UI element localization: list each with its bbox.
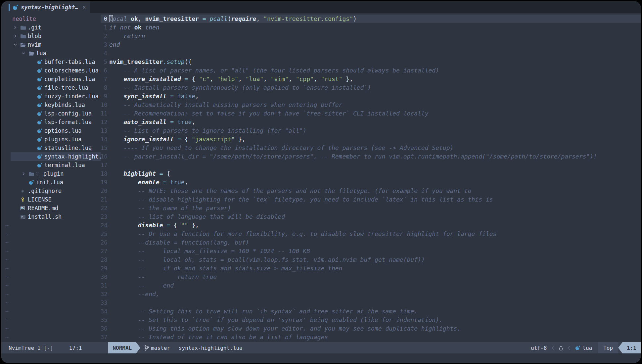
tree-item-plugins-lua[interactable]: plugins.lua bbox=[1, 135, 101, 144]
empty-line-marker: ~ bbox=[1, 247, 101, 255]
tree-item-label: lua bbox=[36, 50, 46, 57]
empty-line-marker: ~ bbox=[1, 230, 101, 238]
close-icon[interactable]: × bbox=[82, 4, 86, 11]
code-line[interactable]: 20 -- NOTE: these are the names of the p… bbox=[101, 187, 641, 195]
code-line[interactable]: 15 ---- If you need to change the instal… bbox=[101, 144, 641, 152]
code-line[interactable]: 36 -- Using this option may slow down yo… bbox=[101, 324, 641, 333]
code-line[interactable]: 6 -- A list of parser names, or "all" (t… bbox=[101, 66, 641, 75]
tree-item-label: blob bbox=[28, 33, 41, 39]
tree-item-init-lua[interactable]: init.lua bbox=[1, 178, 101, 187]
tree-item-completions-lua[interactable]: completions.lua bbox=[1, 75, 101, 83]
code-line[interactable]: 18 highlight = { bbox=[101, 169, 641, 178]
code-line[interactable]: 37 -- Instead of true it can also be a l… bbox=[101, 333, 641, 341]
code-line[interactable]: 2 return bbox=[101, 32, 641, 40]
code-line[interactable]: 30 -- return true bbox=[101, 273, 641, 281]
tree-item-readme-md[interactable]: M↓README.md bbox=[1, 204, 101, 212]
line-number: 0 bbox=[101, 15, 107, 23]
tree-item-colorschemes-lua[interactable]: colorschemes.lua bbox=[1, 66, 101, 75]
code-line[interactable]: 21 -- disable highlighting for the `tex`… bbox=[101, 195, 641, 204]
line-number: 34 bbox=[101, 307, 107, 316]
code-line[interactable]: 1if not ok then bbox=[101, 23, 641, 32]
code-line[interactable]: 0local ok, nvim_treesitter = pcall(requi… bbox=[101, 15, 641, 23]
code-text: end bbox=[109, 40, 120, 49]
code-text: sync_install = false, bbox=[109, 92, 199, 101]
mode-badge: NORMAL bbox=[108, 342, 136, 353]
code-line[interactable]: 22 -- the name of the parser) bbox=[101, 204, 641, 212]
lua-icon bbox=[37, 146, 44, 151]
tree-item-label: options.lua bbox=[44, 127, 82, 134]
code-line[interactable]: 19 enable = true, bbox=[101, 178, 641, 187]
line-number: 14 bbox=[101, 135, 107, 144]
editor-buffer[interactable]: 0local ok, nvim_treesitter = pcall(requi… bbox=[101, 13, 641, 342]
tree-root-name[interactable]: neolite bbox=[1, 15, 101, 23]
code-line[interactable]: 17 bbox=[101, 161, 641, 169]
code-line[interactable]: 33 bbox=[101, 298, 641, 307]
droplet-icon bbox=[559, 345, 563, 350]
code-line[interactable]: 4 bbox=[101, 49, 641, 58]
tree-item-syntax-highlight-lua[interactable]: syntax-highlight.lua bbox=[1, 152, 101, 161]
lua-icon bbox=[37, 85, 44, 90]
tree-item-terminal-lua[interactable]: terminal.lua bbox=[1, 161, 101, 169]
tree-item--gitignore[interactable]: .gitignore bbox=[1, 187, 101, 195]
code-line[interactable]: 28 -- local ok, stats = pcall(vim.loop.f… bbox=[101, 255, 641, 264]
tree-item-license[interactable]: LICENSE bbox=[1, 195, 101, 204]
tree-item-keybinds-lua[interactable]: keybinds.lua bbox=[1, 101, 101, 109]
folder-icon bbox=[21, 25, 28, 30]
line-number: 17 bbox=[101, 161, 107, 169]
tree-item-buffer-tabs-lua[interactable]: buffer-tabs.lua bbox=[1, 58, 101, 66]
tree-item-blob[interactable]: blob bbox=[1, 32, 101, 40]
code-line[interactable]: 32 --end, bbox=[101, 290, 641, 298]
tree-item-lsp-config-lua[interactable]: lsp-config.lua bbox=[1, 109, 101, 118]
code-text: -- Set this to `true` if you depend on '… bbox=[109, 316, 443, 324]
tree-item-nvim[interactable]: nvim bbox=[1, 40, 101, 49]
code-line[interactable]: 9 sync_install = false, bbox=[101, 92, 641, 101]
code-line[interactable]: 25 -- Or use a function for more flexibi… bbox=[101, 230, 641, 238]
code-line[interactable]: 27 -- local max_filesize = 100 * 1024 --… bbox=[101, 247, 641, 255]
code-text: if not ok then bbox=[109, 23, 160, 32]
code-line[interactable]: 3end bbox=[101, 40, 641, 49]
code-text: -- list of language that will be disable… bbox=[109, 212, 285, 221]
line-number: 25 bbox=[101, 230, 107, 238]
code-line[interactable]: 35 -- Set this to `true` if you depend o… bbox=[101, 316, 641, 324]
code-line[interactable]: 24 disable = { "" }, bbox=[101, 221, 641, 230]
code-line[interactable]: 5nvim_treesitter.setup({ bbox=[101, 58, 641, 66]
tree-item-statusline-lua[interactable]: statusline.lua bbox=[1, 144, 101, 152]
code-line[interactable]: 26 --disable = function(lang, buf) bbox=[101, 238, 641, 247]
line-number: 5 bbox=[101, 58, 107, 66]
tree-item-lsp-format-lua[interactable]: lsp-format.lua bbox=[1, 118, 101, 126]
code-line[interactable]: 23 -- list of language that will be disa… bbox=[101, 212, 641, 221]
code-line[interactable]: 34 -- Setting this to true will run `:h … bbox=[101, 307, 641, 316]
tree-item-plugin[interactable]: plugin bbox=[1, 169, 101, 178]
code-text: local ok, nvim_treesitter = pcall(requir… bbox=[109, 15, 357, 23]
line-number: 18 bbox=[101, 169, 107, 178]
cursor: l bbox=[109, 15, 113, 22]
empty-line-marker: ~ bbox=[1, 333, 101, 341]
code-line[interactable]: 16 -- parser_install_dir = "/some/path/t… bbox=[101, 152, 641, 161]
line-number: 11 bbox=[101, 109, 107, 118]
code-line[interactable]: 31 -- end bbox=[101, 281, 641, 290]
code-line[interactable]: 7 ensure_installed = { "c", "help", "lua… bbox=[101, 75, 641, 83]
code-line[interactable]: 12 auto_install = true, bbox=[101, 118, 641, 126]
code-line[interactable]: 10 -- Automatically install missing pars… bbox=[101, 101, 641, 109]
tree-item-file-tree-lua[interactable]: file-tree.lua bbox=[1, 83, 101, 92]
code-line[interactable]: 29 -- if ok and stats and stats.size > m… bbox=[101, 264, 641, 273]
code-text: -- Recommendation: set to false if you d… bbox=[109, 109, 429, 118]
empty-line-marker: ~ bbox=[1, 316, 101, 324]
tree-item-lua[interactable]: lua bbox=[1, 49, 101, 58]
tab-syntax-highlight[interactable]: syntax-highlight… × bbox=[1, 1, 90, 13]
tree-item--git[interactable]: .git bbox=[1, 23, 101, 32]
code-line[interactable]: 11 -- Recommendation: set to false if yo… bbox=[101, 109, 641, 118]
code-line[interactable]: 13 -- List of parsers to ignore installi… bbox=[101, 126, 641, 135]
tree-item-label: nvim bbox=[28, 41, 41, 48]
code-text: -- end bbox=[109, 281, 174, 290]
encoding-label: utf-8 bbox=[531, 345, 547, 351]
tree-item-options-lua[interactable]: options.lua bbox=[1, 126, 101, 135]
license-key-icon bbox=[21, 197, 28, 202]
empty-line-marker: ~ bbox=[1, 324, 101, 333]
code-line[interactable]: 14 ignore_install = { "javascript" }, bbox=[101, 135, 641, 144]
tree-item-install-sh[interactable]: >_install.sh bbox=[1, 212, 101, 221]
code-line[interactable]: 8 -- Install parsers synchronously (only… bbox=[101, 83, 641, 92]
folder-open-icon bbox=[21, 43, 28, 47]
chevron-left-icon bbox=[551, 345, 554, 350]
tree-item-fuzzy-finder-lua[interactable]: fuzzy-finder.lua bbox=[1, 92, 101, 101]
